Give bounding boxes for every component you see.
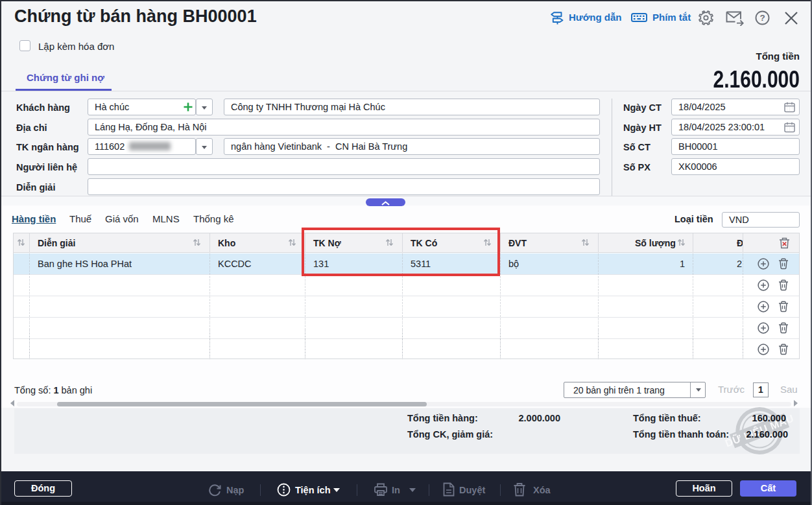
svg-text:?: ?: [759, 13, 765, 23]
